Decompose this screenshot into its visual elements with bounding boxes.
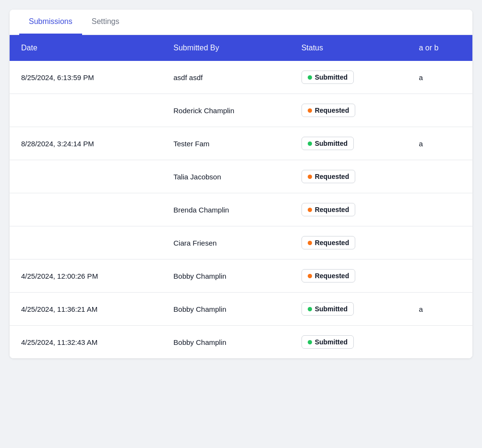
- cell-aorb: [407, 160, 472, 193]
- cell-status: Submitted: [290, 127, 408, 160]
- status-dot-icon: [308, 340, 312, 344]
- table-row: 4/25/2024, 11:36:21 AM Bobby Champlin Su…: [10, 293, 472, 326]
- tab-submissions[interactable]: Submissions: [19, 10, 82, 35]
- cell-status: Requested: [290, 160, 408, 193]
- col-header-aorb: a or b: [407, 35, 472, 61]
- status-badge: Requested: [301, 104, 356, 117]
- status-dot-icon: [308, 175, 312, 179]
- cell-status: Submitted: [290, 61, 408, 94]
- status-dot-icon: [308, 241, 312, 245]
- status-label: Requested: [315, 206, 349, 213]
- cell-date: 8/25/2024, 6:13:59 PM: [10, 61, 162, 94]
- cell-status: Requested: [290, 193, 408, 226]
- status-badge: Submitted: [301, 335, 354, 349]
- cell-aorb: [407, 226, 472, 259]
- cell-status: Requested: [290, 94, 408, 127]
- cell-submitted-by: Tester Fam: [162, 127, 289, 160]
- cell-submitted-by: Brenda Champlin: [162, 193, 289, 226]
- cell-date: 8/28/2024, 3:24:14 PM: [10, 127, 162, 160]
- col-header-status: Status: [290, 35, 408, 61]
- table-row: Talia Jacobson Requested: [10, 160, 472, 193]
- cell-aorb: a: [407, 293, 472, 326]
- tab-settings[interactable]: Settings: [82, 10, 129, 35]
- status-badge: Submitted: [301, 71, 354, 84]
- col-header-submitted-by: Submitted By: [162, 35, 289, 61]
- table-container: Date Submitted By Status a or b 8/25/202…: [10, 35, 472, 358]
- table-row: Roderick Champlin Requested: [10, 94, 472, 127]
- cell-date: 4/25/2024, 12:00:26 PM: [10, 259, 162, 293]
- status-label: Submitted: [315, 305, 348, 313]
- cell-date: 4/25/2024, 11:36:21 AM: [10, 293, 162, 326]
- cell-date: 4/25/2024, 11:32:43 AM: [10, 326, 162, 359]
- status-label: Requested: [315, 272, 349, 280]
- status-badge: Submitted: [301, 302, 354, 316]
- status-label: Requested: [315, 239, 349, 247]
- cell-submitted-by: Bobby Champlin: [162, 259, 289, 293]
- cell-submitted-by: Roderick Champlin: [162, 94, 289, 127]
- submissions-table: Date Submitted By Status a or b 8/25/202…: [10, 35, 472, 358]
- cell-date: [10, 193, 162, 226]
- cell-status: Submitted: [290, 326, 408, 359]
- cell-submitted-by: Bobby Champlin: [162, 293, 289, 326]
- cell-aorb: [407, 326, 472, 359]
- cell-status: Requested: [290, 259, 408, 293]
- cell-aorb: [407, 259, 472, 293]
- cell-submitted-by: Bobby Champlin: [162, 326, 289, 359]
- status-dot-icon: [308, 274, 312, 278]
- page-container: Submissions Settings Date Submitted By S…: [10, 10, 472, 358]
- col-header-date: Date: [10, 35, 162, 61]
- table-row: 4/25/2024, 12:00:26 PM Bobby Champlin Re…: [10, 259, 472, 293]
- status-label: Submitted: [315, 140, 348, 147]
- cell-date: [10, 226, 162, 259]
- cell-date: [10, 94, 162, 127]
- status-dot-icon: [308, 75, 312, 80]
- status-label: Requested: [315, 106, 349, 114]
- cell-date: [10, 160, 162, 193]
- table-row: 8/25/2024, 6:13:59 PM asdf asdf Submitte…: [10, 61, 472, 94]
- cell-aorb: [407, 94, 472, 127]
- cell-aorb: a: [407, 61, 472, 94]
- status-badge: Requested: [301, 269, 356, 283]
- cell-aorb: [407, 193, 472, 226]
- status-badge: Submitted: [301, 137, 354, 150]
- cell-status: Requested: [290, 226, 408, 259]
- table-row: 4/25/2024, 11:32:43 AM Bobby Champlin Su…: [10, 326, 472, 359]
- table-row: 8/28/2024, 3:24:14 PM Tester Fam Submitt…: [10, 127, 472, 160]
- status-dot-icon: [308, 307, 312, 311]
- cell-submitted-by: Talia Jacobson: [162, 160, 289, 193]
- table-header-row: Date Submitted By Status a or b: [10, 35, 472, 61]
- cell-submitted-by: asdf asdf: [162, 61, 289, 94]
- status-badge: Requested: [301, 203, 356, 216]
- status-dot-icon: [308, 108, 312, 113]
- status-label: Submitted: [315, 338, 348, 346]
- status-dot-icon: [308, 141, 312, 146]
- cell-aorb: a: [407, 127, 472, 160]
- status-label: Requested: [315, 173, 349, 180]
- status-badge: Requested: [301, 170, 356, 183]
- table-row: Ciara Friesen Requested: [10, 226, 472, 259]
- status-label: Submitted: [315, 73, 348, 81]
- cell-status: Submitted: [290, 293, 408, 326]
- cell-submitted-by: Ciara Friesen: [162, 226, 289, 259]
- tabs-bar: Submissions Settings: [10, 10, 472, 35]
- status-dot-icon: [308, 208, 312, 212]
- table-row: Brenda Champlin Requested: [10, 193, 472, 226]
- status-badge: Requested: [301, 236, 356, 249]
